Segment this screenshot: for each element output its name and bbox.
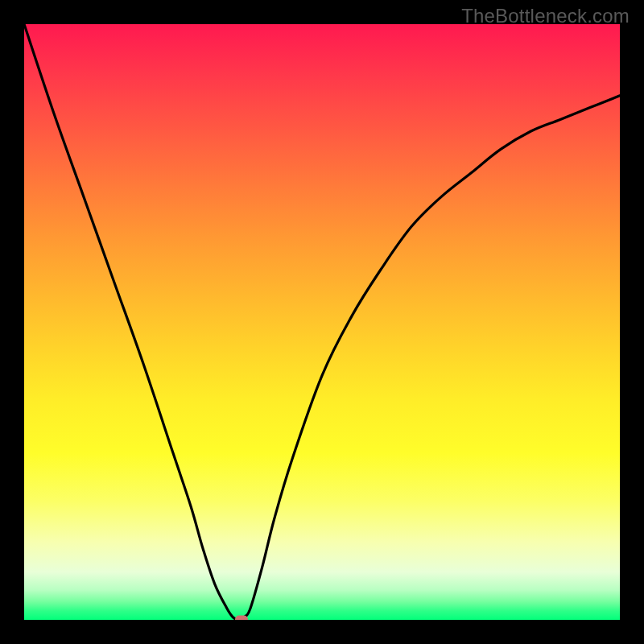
watermark-text: TheBottleneck.com: [461, 5, 630, 27]
chart-curve-svg: [24, 24, 620, 620]
chart-plot-area: [24, 24, 620, 620]
minimum-point-marker: [235, 616, 248, 621]
bottleneck-curve-line: [24, 24, 620, 620]
